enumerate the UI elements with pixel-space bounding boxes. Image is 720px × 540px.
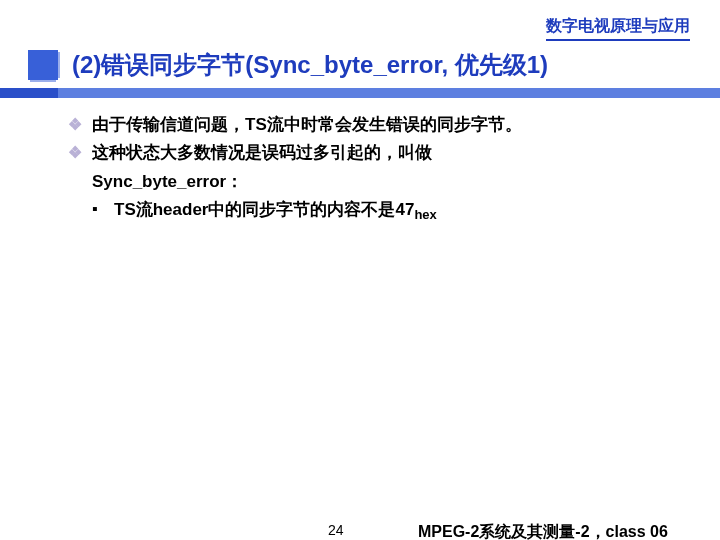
- bullet-2-line2: Sync_byte_error：: [68, 169, 680, 195]
- slide-title: (2)错误同步字节(Sync_byte_error, 优先级1): [72, 49, 548, 81]
- bullet-2-line1: 这种状态大多数情况是误码过多引起的，叫做: [92, 143, 432, 162]
- slide: 数字电视原理与应用 (2)错误同步字节(Sync_byte_error, 优先级…: [0, 0, 720, 540]
- title-square-icon: [28, 50, 58, 80]
- footer-subject: MPEG-2系统及其测量-2，class 06: [418, 522, 668, 540]
- bullet-1: 由于传输信道问题，TS流中时常会发生错误的同步字节。: [68, 112, 680, 138]
- sub-bullet-1-text: TS流header中的同步字节的内容不是47: [114, 200, 414, 219]
- title-bar: (2)错误同步字节(Sync_byte_error, 优先级1): [0, 42, 720, 88]
- body-content: 由于传输信道问题，TS流中时常会发生错误的同步字节。 这种状态大多数情况是误码过…: [68, 112, 680, 226]
- bullet-2: 这种状态大多数情况是误码过多引起的，叫做: [68, 140, 680, 166]
- course-label: 数字电视原理与应用: [546, 16, 690, 41]
- sub-bullet-1: TS流header中的同步字节的内容不是47hex: [92, 197, 680, 226]
- page-number: 24: [328, 522, 344, 538]
- divider-band: [0, 88, 720, 98]
- sub-bullet-1-subscript: hex: [414, 207, 436, 222]
